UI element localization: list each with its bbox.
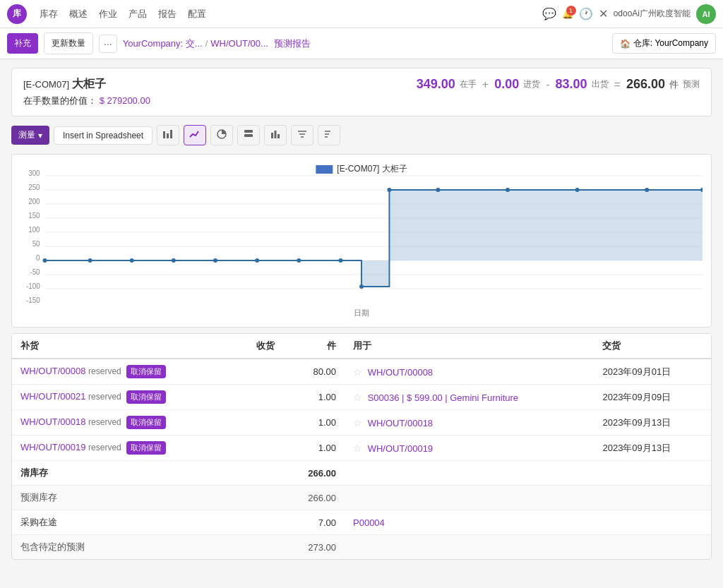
- forecast-value[interactable]: 266.00: [626, 77, 665, 92]
- used-for-cell-3: ☆ WH/OUT/00018: [345, 410, 594, 436]
- notification-bell[interactable]: 🔔 1: [562, 8, 573, 19]
- purchase-transit-row: 采购在途 7.00 P00004: [12, 510, 711, 535]
- col-replenish: 补货: [12, 334, 234, 359]
- star-icon-3[interactable]: ☆: [353, 417, 362, 428]
- plus-operator: +: [482, 78, 489, 91]
- delivery-cell-2: 2023年09月09日: [594, 385, 711, 410]
- legend-label: [E-COM07] 大柜子: [337, 163, 407, 175]
- sort-button[interactable]: [318, 125, 340, 145]
- breadcrumb-order[interactable]: WH/OUT/00...: [210, 38, 268, 49]
- reserved-text-3: reserved: [88, 417, 124, 427]
- svg-point-47: [575, 188, 580, 192]
- replenish-cell-4: WH/OUT/00019 reserved 取消保留: [12, 436, 234, 461]
- star-icon-1[interactable]: ☆: [353, 366, 362, 378]
- nav-config[interactable]: 配置: [186, 5, 208, 23]
- replenish-link-4[interactable]: WH/OUT/00019: [20, 442, 85, 452]
- col-delivery: 交货: [594, 334, 711, 359]
- star-icon-4[interactable]: ☆: [353, 443, 362, 454]
- insert-spreadsheet-button[interactable]: Insert in Spreadsheet: [54, 126, 153, 145]
- cancel-reserve-button-3[interactable]: 取消保留: [126, 416, 166, 429]
- close-icon[interactable]: ✕: [599, 7, 608, 20]
- line-chart-icon: [189, 131, 201, 142]
- used-for-cell-4: ☆ WH/OUT/00019: [345, 436, 594, 461]
- breadcrumb-company[interactable]: YourCompany: 交...: [123, 37, 203, 50]
- nav-operations[interactable]: 作业: [97, 5, 119, 23]
- purchase-transit-incoming: [234, 510, 282, 535]
- more-options-button[interactable]: ···: [99, 35, 117, 53]
- replenish-link-2[interactable]: WH/OUT/00021: [20, 391, 85, 402]
- pie-chart-button[interactable]: [210, 125, 233, 145]
- svg-point-39: [213, 258, 217, 263]
- nav-overview[interactable]: 概述: [68, 5, 89, 23]
- equals-operator: =: [614, 78, 621, 91]
- cancel-reserve-button-1[interactable]: 取消保留: [126, 365, 166, 378]
- clearance-delivery: [594, 461, 711, 486]
- on-hand-monetary-value: 在手数量的价值： $ 279200.00: [23, 95, 700, 107]
- company-name: odooAi广州欧度智能: [614, 8, 691, 20]
- line-chart-button[interactable]: [184, 125, 206, 145]
- incoming-cell-2: [234, 385, 282, 410]
- clearance-used-for: [345, 461, 594, 486]
- ai-badge: AI: [696, 4, 716, 24]
- incoming-cell-1: [234, 359, 282, 385]
- clock-icon[interactable]: 🕐: [579, 7, 593, 20]
- top-navigation: 库 库存 概述 作业 产品 报告 配置 💬 🔔 1 🕐 ✕ odooAi广州欧度…: [0, 0, 723, 28]
- on-hand-value[interactable]: 349.00: [417, 77, 455, 92]
- purchase-transit-link-cell: P00004: [345, 510, 594, 535]
- nav-reports[interactable]: 报告: [157, 5, 178, 23]
- svg-rect-5: [244, 134, 253, 137]
- incoming-value[interactable]: 0.00: [494, 77, 519, 92]
- support-icon[interactable]: 💬: [542, 7, 556, 20]
- used-for-link-2[interactable]: S00036 | $ 599.00 | Gemini Furniture: [368, 392, 518, 403]
- col-used-for: 用于: [345, 334, 594, 359]
- table-row: WH/OUT/00018 reserved 取消保留 1.00 ☆ WH/OUT…: [12, 410, 711, 436]
- cancel-reserve-button-2[interactable]: 取消保留: [126, 390, 166, 404]
- app-logo: 库: [7, 4, 27, 24]
- svg-rect-6: [271, 133, 273, 138]
- clearance-incoming: [234, 461, 282, 486]
- warehouse-button[interactable]: 🏠 仓库: YourCompany: [612, 33, 716, 54]
- used-for-link-1[interactable]: WH/OUT/00008: [368, 367, 433, 378]
- used-for-link-3[interactable]: WH/OUT/00018: [368, 418, 433, 428]
- replenish-button[interactable]: 补充: [7, 33, 38, 54]
- svg-text:100: 100: [28, 226, 40, 234]
- measure-button[interactable]: 测量 ▾: [11, 126, 49, 145]
- qty-cell-3: 1.00: [283, 410, 345, 436]
- purchase-transit-link[interactable]: P00004: [353, 517, 385, 528]
- svg-point-43: [359, 284, 364, 289]
- svg-text:-50: -50: [30, 268, 40, 276]
- forecast-stock-used: [345, 486, 594, 510]
- breadcrumb-separator: /: [205, 38, 208, 49]
- replenish-link-1[interactable]: WH/OUT/00008: [20, 366, 85, 376]
- delivery-cell-1: 2023年09月01日: [594, 359, 711, 385]
- replenish-link-3[interactable]: WH/OUT/00018: [20, 416, 85, 427]
- measure-label: 测量: [18, 129, 35, 141]
- svg-rect-2: [170, 130, 172, 138]
- filter-button[interactable]: [291, 125, 313, 145]
- sort-icon: [323, 131, 335, 142]
- stacked-chart-button[interactable]: [237, 125, 260, 145]
- svg-text:-100: -100: [26, 282, 40, 290]
- star-icon-2[interactable]: ☆: [353, 392, 362, 403]
- outgoing-value[interactable]: 83.00: [556, 77, 587, 92]
- delivery-cell-4: 2023年09月13日: [594, 436, 711, 461]
- update-quantity-button[interactable]: 更新数量: [44, 32, 93, 54]
- chart-legend: [E-COM07] 大柜子: [316, 163, 407, 175]
- bar-chart-button[interactable]: [157, 125, 179, 145]
- forecast-report-link[interactable]: 预测报告: [274, 37, 311, 50]
- pending-forecast-used: [345, 535, 594, 560]
- x-axis-label: 日期: [20, 308, 703, 318]
- warehouse-label: 仓库: YourCompany: [633, 37, 708, 49]
- nav-right-section: 💬 🔔 1 🕐 ✕ odooAi广州欧度智能 AI: [542, 4, 716, 24]
- nav-products[interactable]: 产品: [127, 5, 148, 23]
- cancel-reserve-button-4[interactable]: 取消保留: [126, 441, 166, 455]
- forecast-stat: 266.00 件 预测: [626, 77, 700, 92]
- svg-point-38: [172, 258, 176, 263]
- svg-point-42: [338, 258, 342, 263]
- nav-inventory[interactable]: 库存: [38, 5, 59, 23]
- used-for-link-4[interactable]: WH/OUT/00019: [368, 443, 433, 454]
- filter-icon: [297, 131, 308, 142]
- replenish-cell: WH/OUT/00008 reserved 取消保留: [12, 359, 234, 385]
- column-chart-button[interactable]: [264, 125, 287, 145]
- chart-toolbar: 测量 ▾ Insert in Spreadsheet: [11, 122, 712, 148]
